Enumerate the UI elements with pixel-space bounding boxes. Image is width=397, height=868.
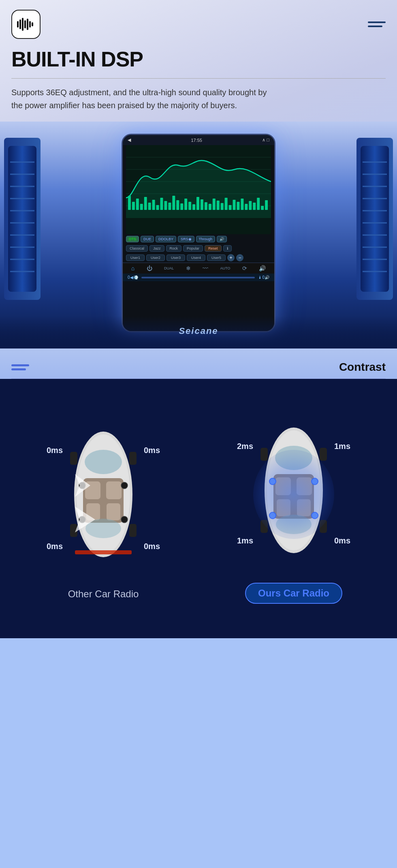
- eq-visualizer: [126, 145, 271, 234]
- svg-rect-47: [180, 203, 183, 210]
- vent-right: [356, 138, 393, 300]
- auto-nav[interactable]: AUTO: [220, 266, 230, 270]
- svg-rect-78: [106, 481, 122, 499]
- vol-nav[interactable]: 🔊: [259, 265, 266, 272]
- climate-left-icon: ◀: [130, 275, 133, 280]
- svg-rect-1: [19, 19, 21, 29]
- jazz-btn[interactable]: Jazz: [149, 245, 164, 252]
- other-car-label: Other Car Radio: [68, 588, 139, 600]
- svg-rect-2: [22, 18, 23, 31]
- audio-icon: [17, 17, 35, 32]
- hamburger-line-1: [368, 21, 386, 23]
- through-btn[interactable]: Through: [196, 236, 216, 242]
- svg-rect-4: [27, 19, 28, 30]
- user2-slot[interactable]: User2: [146, 254, 165, 261]
- add-user-btn[interactable]: +: [227, 254, 235, 261]
- svg-rect-59: [229, 205, 232, 210]
- status-bar: ◀ 17:55 ∧ □: [123, 135, 274, 145]
- rotate-nav[interactable]: ⟳: [242, 265, 247, 272]
- svg-rect-57: [221, 203, 224, 210]
- ours-ms-bottom-left: 1ms: [237, 536, 253, 545]
- dual-nav[interactable]: DUAL: [164, 266, 174, 270]
- climate-fan-icon: 💨: [133, 275, 138, 280]
- user5-slot[interactable]: User5: [207, 254, 226, 261]
- svg-rect-49: [188, 202, 191, 210]
- remove-user-btn[interactable]: −: [236, 254, 243, 261]
- rock-btn[interactable]: Rock: [166, 245, 182, 252]
- svg-rect-56: [217, 201, 220, 210]
- classical-btn[interactable]: Classical: [126, 245, 148, 252]
- due-btn[interactable]: DUE: [141, 236, 154, 242]
- srs-btn[interactable]: SRS◉: [178, 236, 194, 242]
- svg-rect-6: [32, 22, 33, 26]
- svg-rect-86: [75, 550, 132, 554]
- hamburger-menu[interactable]: [368, 21, 386, 27]
- header: [0, 0, 397, 44]
- svg-point-83: [121, 482, 128, 489]
- other-ms-bottom-right: 0ms: [144, 542, 160, 551]
- svg-rect-90: [320, 448, 327, 461]
- svg-rect-50: [192, 204, 195, 210]
- svg-rect-42: [160, 198, 163, 210]
- climate-bar: 0 ◀ 💨 🌡 0 🔊: [123, 274, 274, 281]
- contrast-line-1: [11, 364, 29, 366]
- sound-glow: [253, 450, 334, 539]
- svg-rect-55: [213, 199, 216, 210]
- ours-ms-top-left: 2ms: [237, 442, 253, 451]
- title-divider: [11, 78, 386, 79]
- svg-rect-61: [237, 202, 239, 210]
- other-ms-bottom-left: 0ms: [47, 542, 63, 551]
- user-row: User1 User2 User3 User4 User5 + −: [123, 253, 274, 263]
- power-nav[interactable]: ⏻: [147, 265, 152, 272]
- eq-svg: [126, 145, 271, 234]
- svg-rect-35: [132, 202, 135, 210]
- contrast-line-2: [11, 368, 26, 370]
- svg-rect-62: [241, 199, 243, 210]
- ddolby-btn[interactable]: DDOLBY: [156, 236, 176, 242]
- svg-rect-38: [144, 197, 147, 210]
- svg-rect-54: [209, 204, 211, 210]
- svg-rect-65: [253, 203, 256, 210]
- wave-nav[interactable]: 〰: [203, 265, 208, 272]
- back-arrow[interactable]: ◀: [128, 137, 131, 143]
- svg-rect-18: [361, 146, 389, 292]
- user1-slot[interactable]: User1: [126, 254, 145, 261]
- svg-rect-89: [260, 448, 268, 461]
- screen-time: 17:55: [191, 138, 202, 143]
- comparison-section: 0ms 0ms 0ms 0ms: [0, 379, 397, 638]
- preset-row: Classical Jazz Rock Popular Reset ℹ: [123, 244, 274, 253]
- brand-text: Seicane: [179, 326, 218, 336]
- svg-rect-43: [164, 201, 167, 210]
- svg-point-85: [121, 516, 128, 523]
- svg-rect-68: [265, 200, 268, 210]
- user4-slot[interactable]: User4: [187, 254, 205, 261]
- page-title: BUILT-IN DSP: [11, 48, 386, 71]
- vent-left: [4, 138, 41, 300]
- svg-rect-72: [129, 452, 137, 465]
- hamburger-line-2: [368, 26, 382, 27]
- reset-btn[interactable]: Reset: [205, 245, 222, 252]
- svg-rect-60: [233, 200, 236, 210]
- dts-btn[interactable]: DTS: [126, 236, 139, 242]
- svg-rect-52: [201, 199, 203, 210]
- ac-nav[interactable]: ❄: [186, 265, 191, 272]
- svg-rect-66: [257, 198, 260, 210]
- svg-rect-48: [184, 199, 187, 210]
- popular-btn[interactable]: Popular: [183, 245, 203, 252]
- ours-car-label: Ours Car Radio: [245, 583, 342, 604]
- home-nav[interactable]: ⌂: [131, 265, 134, 272]
- info-btn[interactable]: ℹ: [223, 245, 232, 252]
- svg-rect-7: [8, 146, 36, 292]
- svg-rect-74: [129, 524, 137, 537]
- ours-ms-bottom-right: 0ms: [334, 536, 350, 545]
- screen-inner: ◀ 17:55 ∧ □: [123, 135, 274, 331]
- climate-slider[interactable]: [141, 277, 255, 278]
- svg-rect-3: [24, 20, 26, 28]
- user3-slot[interactable]: User3: [166, 254, 185, 261]
- svg-rect-5: [29, 21, 31, 28]
- svg-rect-45: [172, 196, 175, 210]
- title-section: BUILT-IN DSP Supports 36EQ adjustment, a…: [0, 44, 397, 112]
- svg-rect-71: [70, 452, 77, 465]
- volume-btn[interactable]: 🔊: [217, 236, 227, 242]
- other-ms-top-left: 0ms: [47, 446, 63, 455]
